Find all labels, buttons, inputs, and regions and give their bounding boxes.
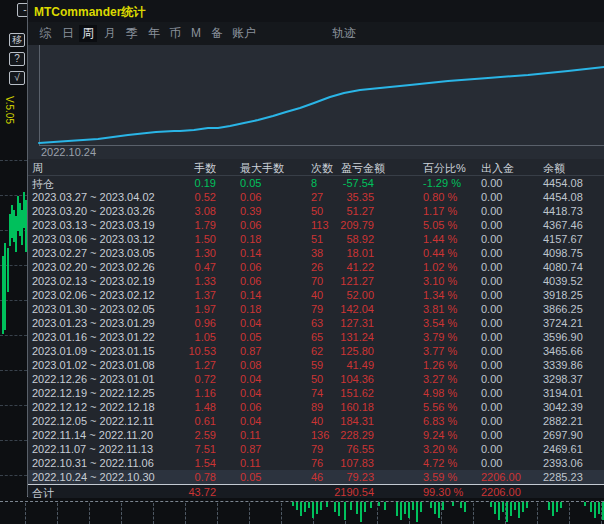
table-row[interactable]: 2023.03.20 ~ 2023.03.263.080.395051.271.… — [28, 204, 604, 218]
gridline-horizontal — [0, 475, 27, 476]
column-header: 次数 — [311, 161, 333, 176]
cell-百分比%: 3.59 % — [423, 471, 457, 483]
cell-余额: 2469.61 — [543, 443, 583, 455]
cell-盈亏金额: 41.22 — [326, 261, 374, 273]
cell-手数: 1.48 — [156, 401, 216, 413]
cell-最大手数: 0.18 — [240, 233, 261, 245]
menu-item-m[interactable]: M — [188, 25, 204, 42]
cell-出入金: 0.00 — [481, 205, 502, 217]
cell-盈亏金额: 121.27 — [326, 275, 374, 287]
volume-bar — [326, 502, 328, 507]
volume-bar — [364, 502, 366, 512]
cell-周: 2022.10.24 ~ 2022.10.30 — [32, 471, 155, 483]
help-button[interactable]: ? — [9, 52, 25, 66]
title-bar[interactable]: MTCommander统计 — [28, 0, 604, 22]
table-row[interactable]: 2023.01.23 ~ 2023.01.290.960.0463127.313… — [28, 316, 604, 330]
volume-bar — [396, 502, 398, 516]
column-header: 手数 — [156, 161, 216, 176]
cell-出入金: 0.00 — [481, 233, 502, 245]
table-row[interactable]: 2022.12.26 ~ 2023.01.010.720.0450104.363… — [28, 372, 604, 386]
table-row[interactable]: 2022.12.12 ~ 2022.12.181.480.0689160.185… — [28, 400, 604, 414]
cell-出入金: 0.00 — [481, 177, 502, 189]
table-row[interactable]: 2023.02.20 ~ 2023.02.260.470.062641.221.… — [28, 260, 604, 274]
cell-百分比%: 5.05 % — [423, 219, 457, 231]
volume-bar — [594, 502, 596, 518]
table-row[interactable]: 2022.10.31 ~ 2022.11.061.540.1176107.834… — [28, 456, 604, 470]
table-row[interactable]: 2023.01.30 ~ 2023.02.051.970.1879142.043… — [28, 302, 604, 316]
menu-item-currency[interactable]: 币 — [166, 25, 184, 42]
cell-百分比%: 1.34 % — [423, 289, 457, 301]
menu-item-account[interactable]: 账户 — [229, 25, 259, 42]
cell-最大手数: 0.14 — [240, 289, 261, 301]
menu-item-summary[interactable]: 综 — [36, 25, 54, 42]
gridline-vertical — [89, 503, 90, 524]
cell-百分比%: 0.44 % — [423, 247, 457, 259]
table-row[interactable]: 2023.01.09 ~ 2023.01.1510.530.8762125.80… — [28, 344, 604, 358]
cell-出入金: 0.00 — [481, 191, 502, 203]
move-button[interactable]: 移 — [9, 33, 25, 47]
table-row[interactable]: 2022.12.19 ~ 2022.12.251.160.0474151.624… — [28, 386, 604, 400]
cell-百分比%: 1.26 % — [423, 359, 457, 371]
cell-出入金: 0.00 — [481, 303, 502, 315]
volume-bar — [338, 502, 340, 516]
cell-最大手数: 0.87 — [240, 443, 261, 455]
cell-最大手数: 0.04 — [240, 387, 261, 399]
table-row[interactable]: 2023.01.16 ~ 2023.01.221.050.0565131.243… — [28, 330, 604, 344]
volume-bar — [498, 502, 500, 520]
table-row[interactable]: 2023.01.02 ~ 2023.01.081.270.085941.491.… — [28, 358, 604, 372]
column-header: 余额 — [543, 161, 565, 176]
table-row[interactable]: 2023.03.06 ~ 2023.03.121.500.185158.921.… — [28, 232, 604, 246]
menu-bar: 轨迹 综日周月季年币M备账户 — [28, 22, 604, 46]
cell-出入金: 0.00 — [481, 275, 502, 287]
menu-item-quarterly[interactable]: 季 — [123, 25, 141, 42]
table-row[interactable]: 2022.11.14 ~ 2022.11.202.590.11136228.29… — [28, 428, 604, 442]
cell-盈亏金额: -57.54 — [326, 177, 374, 189]
volume-bar — [384, 502, 386, 510]
menu-item-daily[interactable]: 日 — [59, 25, 77, 42]
cell-余额: 4039.52 — [543, 275, 583, 287]
position-row[interactable]: 持仓0.190.058-57.54-1.29 %0.004454.08 — [28, 176, 604, 190]
cell-最大手数: 0.18 — [240, 303, 261, 315]
table-row[interactable]: 2022.10.24 ~ 2022.10.300.780.054679.233.… — [28, 470, 604, 484]
cell-手数: 1.37 — [156, 289, 216, 301]
menu-item-weekly[interactable]: 周 — [79, 25, 97, 42]
cell-周: 2023.03.06 ~ 2023.03.12 — [32, 233, 155, 245]
table-row[interactable]: 2023.03.27 ~ 2023.04.020.520.062735.350.… — [28, 190, 604, 204]
cell-最大手数: 0.06 — [240, 191, 261, 203]
cell-手数: 0.47 — [156, 261, 216, 273]
volume-bar — [300, 502, 302, 516]
cell-余额: 3339.86 — [543, 359, 583, 371]
cell-手数: 0.61 — [156, 415, 216, 427]
cell-最大手数: 0.05 — [240, 177, 261, 189]
version-label: V.5.05 — [4, 96, 15, 124]
cell-次数: 62 — [311, 345, 323, 357]
table-row[interactable]: 2023.02.06 ~ 2023.02.121.370.144052.001.… — [28, 288, 604, 302]
cell-百分比%: 3.79 % — [423, 331, 457, 343]
table-row[interactable]: 2022.12.05 ~ 2022.12.110.610.0440184.316… — [28, 414, 604, 428]
cell-次数: 74 — [311, 387, 323, 399]
menu-item-monthly[interactable]: 月 — [101, 25, 119, 42]
equity-chart: 2022.10.24 — [28, 45, 604, 159]
gridline-vertical — [153, 503, 154, 524]
cell-出入金: 0.00 — [481, 317, 502, 329]
cell-百分比%: 3.27 % — [423, 373, 457, 385]
cell-出入金: 0.00 — [481, 289, 502, 301]
menu-item-trajectory[interactable]: 轨迹 — [329, 25, 359, 42]
cell-最大手数: 0.04 — [240, 415, 261, 427]
table-row[interactable]: 2022.11.07 ~ 2022.11.137.510.877976.553.… — [28, 442, 604, 456]
table-row[interactable]: 2023.02.13 ~ 2023.02.191.330.0670121.273… — [28, 274, 604, 288]
table-row[interactable]: 2023.03.13 ~ 2023.03.191.790.06113209.79… — [28, 218, 604, 232]
cell-出入金: 0.00 — [481, 219, 502, 231]
cell-最大手数: 0.06 — [240, 401, 261, 413]
apply-button[interactable]: √ — [9, 71, 25, 85]
cell-余额: 3042.39 — [543, 401, 583, 413]
menu-item-yearly[interactable]: 年 — [145, 25, 163, 42]
total-row[interactable]: 合计43.722190.5499.30 %2206.00 — [28, 484, 604, 498]
menu-item-note[interactable]: 备 — [208, 25, 226, 42]
cell-最大手数: 0.87 — [240, 345, 261, 357]
cell-百分比%: 4.98 % — [423, 387, 457, 399]
column-header: 百分比% — [423, 161, 466, 176]
table-row[interactable]: 2023.02.27 ~ 2023.03.051.300.143818.010.… — [28, 246, 604, 260]
cell-次数: 40 — [311, 289, 323, 301]
cell-次数: 59 — [311, 359, 323, 371]
